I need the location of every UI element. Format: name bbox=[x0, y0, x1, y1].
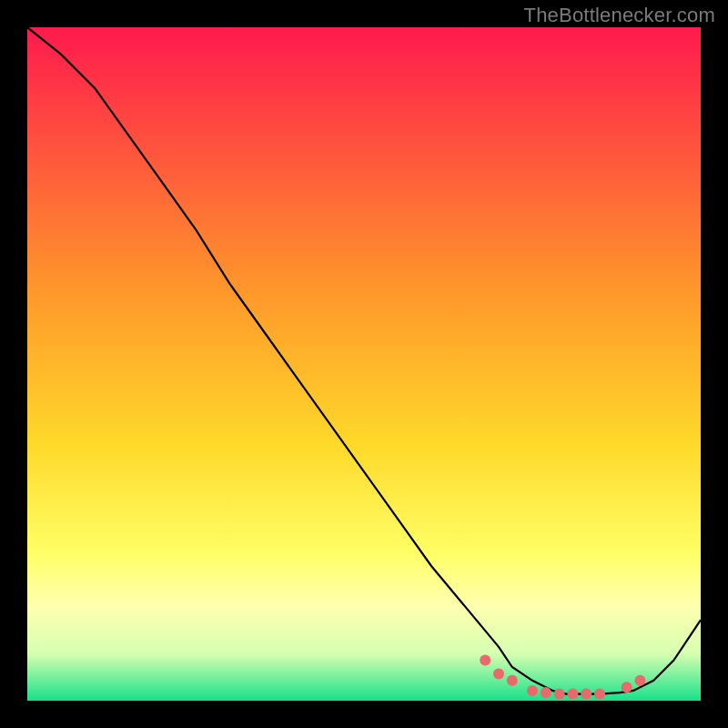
chart-marker bbox=[507, 675, 518, 686]
chart-marker bbox=[581, 689, 592, 700]
chart-marker bbox=[480, 655, 490, 666]
chart-marker bbox=[634, 675, 645, 686]
chart-marker bbox=[527, 685, 538, 696]
chart-marker bbox=[567, 689, 578, 700]
chart-plot-area bbox=[27, 27, 701, 701]
chart-marker bbox=[594, 689, 605, 700]
chart-background bbox=[27, 27, 701, 701]
chart-marker bbox=[541, 687, 551, 698]
watermark-text: TheBottlenecker.com bbox=[524, 4, 715, 27]
chart-marker bbox=[493, 668, 504, 679]
chart-svg bbox=[27, 27, 701, 701]
chart-marker bbox=[622, 682, 632, 693]
chart-marker bbox=[554, 689, 565, 700]
chart-root: TheBottlenecker.com bbox=[0, 0, 728, 728]
